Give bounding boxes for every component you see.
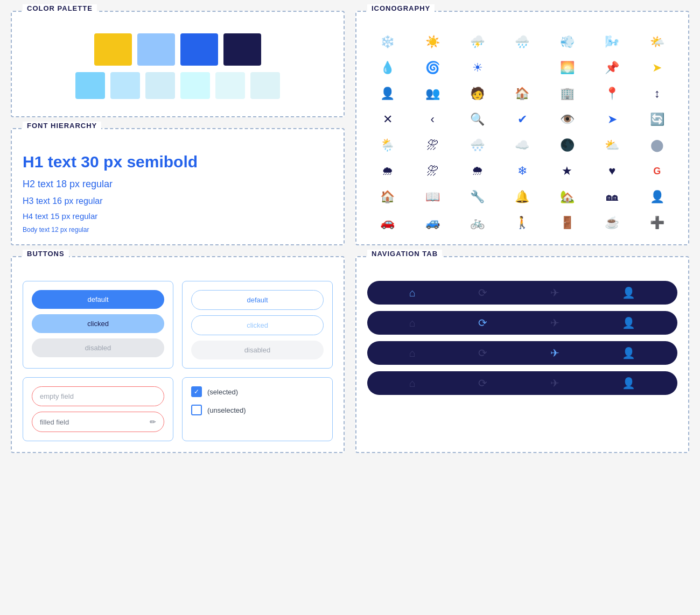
color-sky-2 [110, 72, 140, 99]
snowcloud-icon: 🌨 [457, 160, 498, 182]
font-body: Body text 12 px regular [23, 226, 333, 234]
eye-icon: 👁️ [547, 109, 587, 130]
nav-flight-icon-2[interactable]: ✈ [550, 316, 559, 329]
nav-route-icon-4[interactable]: ⟳ [478, 377, 487, 390]
color-palette-content [23, 33, 333, 99]
circle-icon: ⬤ [637, 135, 677, 156]
car2-icon: 🚙 [412, 212, 452, 234]
color-sky-4 [180, 72, 210, 99]
nav-person-icon-1[interactable]: 👤 [622, 286, 635, 299]
cloud-drizzle-icon: 🌨️ [457, 135, 498, 156]
selected-checkbox[interactable]: ✓ [191, 386, 202, 397]
navigation-tab-title: NAVIGATION TAB [367, 250, 442, 258]
person2-icon: 👥 [412, 83, 452, 104]
filled-field-label: filled field [40, 418, 69, 426]
nav-route-icon-3[interactable]: ⟳ [478, 347, 487, 359]
nav-tab-bar-4: ⌂ ⟳ ✈ 👤 [367, 371, 677, 395]
color-sky-1 [75, 72, 105, 99]
buttons-bottom-grid: empty field filled field ✏ ✓ (selected) … [23, 377, 333, 441]
nav-flight-icon-3[interactable]: ✈ [550, 347, 559, 359]
sunrise-icon: 🌅 [547, 57, 587, 79]
tools-icon: 🔧 [457, 186, 498, 208]
nav-home-icon-2[interactable]: ⌂ [409, 317, 416, 329]
font-h4: H4 text 15 px regular [23, 211, 333, 221]
wind2-icon: 🌬️ [592, 31, 632, 53]
nav-route-icon-2[interactable]: ⟳ [478, 316, 487, 329]
nav-home-icon-4[interactable]: ⌂ [409, 377, 416, 390]
cloud-rain-icon: 🌦️ [367, 135, 408, 156]
selected-checkbox-row: ✓ (selected) [191, 386, 324, 397]
nav-tab-bar-2: ⌂ ⟳ ✈ 👤 [367, 311, 677, 335]
disabled-outline-button: disabled [191, 341, 324, 359]
add-circle-icon: ➕ [637, 212, 677, 234]
clicked-outline-button[interactable]: clicked [191, 315, 324, 335]
nav-home-icon-1[interactable]: ⌂ [409, 287, 416, 299]
walk-icon: 🚶 [502, 212, 542, 234]
windy-icon: 🌀 [412, 57, 452, 79]
snowflake-icon: ❄️ [367, 31, 408, 53]
house-icon: 🏡 [547, 186, 587, 208]
font-h1: H1 text 30 px semibold [23, 153, 333, 171]
empty-field-label: empty field [40, 392, 74, 400]
color-sky-3 [145, 72, 175, 99]
cloud-icon: ☁️ [502, 135, 542, 156]
color-light-blue [137, 33, 175, 66]
filled-buttons-section: default clicked disabled [23, 281, 173, 369]
nav-tab-bar-3: ⌂ ⟳ ✈ 👤 [367, 341, 677, 365]
default-outline-button[interactable]: default [191, 290, 324, 310]
sun-icon: ☀️ [412, 31, 452, 53]
color-dark-navy [223, 33, 261, 66]
storm-icon: ⛅ [592, 135, 632, 156]
navigate-icon: ➤ [592, 109, 632, 130]
cloud-storm-icon: ⛈ [412, 135, 452, 156]
pencil-icon: ✏ [150, 418, 156, 426]
disabled-filled-button: disabled [32, 338, 164, 357]
sunny-icon: 🌤️ [637, 31, 677, 53]
default-filled-button[interactable]: default [32, 290, 164, 309]
book-icon: 📖 [412, 186, 452, 208]
thunder-icon: ⛈️ [457, 31, 498, 53]
nav-home-icon-3[interactable]: ⌂ [409, 347, 416, 359]
logout-icon: 🚪 [547, 212, 587, 234]
person-add-icon: 👤 [637, 186, 677, 208]
color-row-2 [23, 72, 333, 99]
alert-home-icon: 🏠 [367, 186, 408, 208]
close-icon: ✕ [367, 109, 408, 130]
buttons-panel: BUTTONS default clicked disabled default… [11, 256, 345, 453]
iconography-panel: ICONOGRAPHY ❄️ ☀️ ⛈️ 🌧️ 💨 🌬️ 🌤️ 💧 🌀 ☀ 🌅 … [355, 11, 689, 245]
star-icon: ★ [547, 160, 587, 182]
heavy-rain-icon: 🌧 [367, 160, 408, 182]
nav-person-icon-3[interactable]: 👤 [622, 347, 635, 359]
drop-icon: 💧 [367, 57, 408, 79]
icon-grid: ❄️ ☀️ ⛈️ 🌧️ 💨 🌬️ 🌤️ 💧 🌀 ☀ 🌅 📌 ➤ 👤 👥 🧑 🏠 … [367, 31, 677, 234]
empty-icon [502, 57, 542, 79]
font-hierarchy-panel: FONT HIERARCHY H1 text 30 px semibold H2… [11, 128, 345, 245]
input-fields-section: empty field filled field ✏ [23, 377, 173, 441]
unselected-checkbox-row: (unselected) [191, 405, 324, 415]
nav-tabs-list: ⌂ ⟳ ✈ 👤 ⌂ ⟳ ✈ 👤 ⌂ ⟳ ✈ 👤 ⌂ ⟳ [367, 281, 677, 395]
nav-tab-bar-1: ⌂ ⟳ ✈ 👤 [367, 281, 677, 305]
nav-flight-icon-1[interactable]: ✈ [550, 286, 559, 299]
buttons-title: BUTTONS [23, 250, 69, 258]
iconography-title: ICONOGRAPHY [367, 4, 435, 12]
unselected-checkbox[interactable] [191, 405, 202, 415]
location-flag-icon: 📌 [592, 57, 632, 79]
home-icon: 🏠 [502, 83, 542, 104]
search-icon: 🔍 [457, 109, 498, 130]
filled-field-input[interactable]: filled field ✏ [32, 412, 164, 432]
wind-icon: 💨 [547, 31, 587, 53]
color-palette-title: COLOR PALETTE [23, 4, 97, 12]
uv-icon: ☀ [457, 57, 498, 79]
empty-field-input[interactable]: empty field [32, 386, 164, 406]
nav-flight-icon-4[interactable]: ✈ [550, 377, 559, 390]
clicked-filled-button[interactable]: clicked [32, 314, 164, 333]
nav-route-icon-1[interactable]: ⟳ [478, 286, 487, 299]
nav-person-icon-4[interactable]: 👤 [622, 377, 635, 390]
dark-cloud-icon: 🌑 [547, 135, 587, 156]
color-yellow [94, 33, 132, 66]
nav-person-icon-2[interactable]: 👤 [622, 316, 635, 329]
font-h2: H2 text 18 px regular [23, 179, 333, 190]
building-icon: 🏢 [547, 83, 587, 104]
rain-icon: 🌧️ [502, 31, 542, 53]
coffee-icon: ☕ [592, 212, 632, 234]
